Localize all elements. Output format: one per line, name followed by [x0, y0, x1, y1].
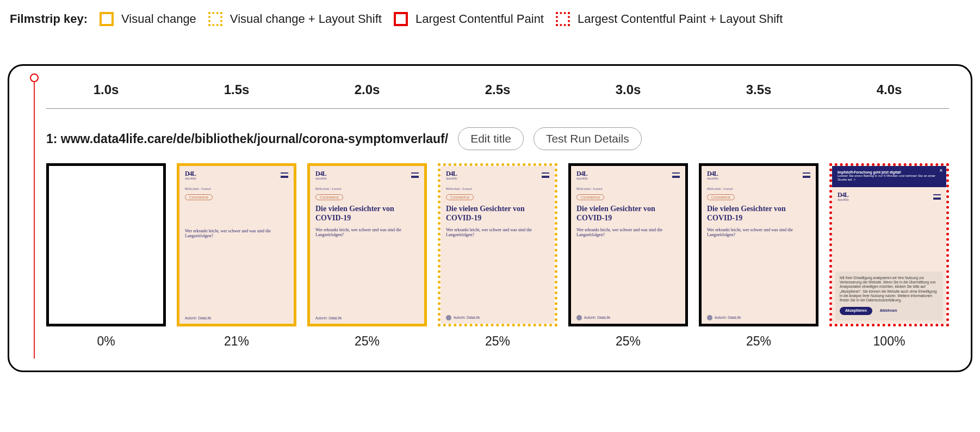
test-run-details-button[interactable]: Test Run Details [534, 127, 642, 150]
cookie-text: Mit Ihrer Einwilligung analysieren wir I… [840, 276, 939, 303]
category-tag: Coronavirus [707, 194, 735, 200]
category-tag: Coronavirus [446, 194, 474, 200]
frames-row: D4L data4life Bibliothek / Journal Coron… [46, 163, 949, 326]
byline-text: Autorin: DataLife [315, 316, 342, 320]
article-subhead: Wer erkrankt leicht, wer schwer und was … [441, 227, 555, 237]
visual-complete-pct: 25% [699, 334, 818, 349]
key-item-visual-change-layout-shift: Visual change + Layout Shift [208, 12, 382, 26]
timestamp: 3.5s [699, 82, 818, 97]
menu-icon [933, 194, 941, 200]
article-headline: Die vielen Gesichter von COVID-19 [310, 205, 424, 223]
swatch-visual-change-ls-icon [208, 12, 222, 26]
breadcrumb: Bibliothek / Journal [441, 182, 555, 191]
filmstrip-title-row: 1: www.data4life.care/de/bibliothek/jour… [46, 127, 949, 150]
avatar-icon [707, 315, 712, 320]
title-index: 1: [46, 132, 61, 146]
byline-text: Autorin: DataLife [185, 316, 211, 320]
key-item-label: Visual change + Layout Shift [230, 12, 382, 26]
logo-subtext: data4life [185, 177, 196, 181]
article-subhead: Wer erkrankt leicht, wer schwer und was … [571, 227, 685, 237]
article-subhead: Wer erkrankt leicht, wer schwer und was … [310, 227, 424, 237]
cookie-accept-button: Akzeptieren [840, 307, 872, 315]
swatch-lcp-icon [394, 12, 408, 26]
key-item-lcp: Largest Contentful Paint [394, 12, 544, 26]
article-subhead: Wer erkrankt leicht, wer schwer und was … [179, 229, 294, 238]
key-item-label: Largest Contentful Paint [415, 12, 544, 26]
breadcrumb: Bibliothek / Journal [702, 182, 816, 191]
timeline-line-icon [34, 82, 35, 359]
article-headline: Die vielen Gesichter von COVID-19 [441, 205, 555, 223]
filmstrip-frame[interactable]: D4L data4life Bibliothek / Journal Coron… [699, 163, 818, 326]
cookie-consent: Mit Ihrer Einwilligung analysieren wir I… [835, 271, 943, 320]
thumbnail: D4L data4life Bibliothek / Journal Coron… [702, 166, 816, 324]
byline: Autorin: DataLife [446, 315, 549, 320]
article-headline: Die vielen Gesichter von COVID-19 [571, 205, 685, 223]
visual-complete-pct: 25% [438, 334, 557, 349]
title-url: www.data4life.care/de/bibliothek/journal… [61, 132, 448, 146]
menu-icon [281, 172, 288, 178]
menu-icon [411, 172, 419, 178]
banner-subtitle: Leisten Sie einen Beitrag in nur 5 Minut… [838, 174, 941, 182]
logo-subtext: data4life [576, 177, 588, 181]
swatch-visual-change-icon [100, 12, 114, 26]
logo-subtext: data4life [838, 198, 849, 202]
close-icon: ✕ [939, 168, 943, 173]
thumbnail: ✕ Impfstoff-Forschung geht jetzt digital… [832, 166, 946, 324]
timestamp: 1.0s [46, 82, 166, 97]
logo-subtext: data4life [446, 177, 457, 181]
byline-text: Autorin: DataLife [715, 316, 741, 319]
visual-complete-pct: 100% [829, 334, 949, 349]
byline-text: Autorin: DataLife [454, 316, 480, 319]
banner-title: Impfstoff-Forschung geht jetzt digital! [838, 170, 941, 174]
avatar-icon [576, 315, 582, 320]
timestamp: 2.5s [438, 82, 557, 97]
timestamp: 1.5s [177, 82, 296, 97]
category-tag: Coronavirus [185, 194, 213, 200]
key-item-lcp-layout-shift: Largest Contentful Paint + Layout Shift [556, 12, 783, 26]
key-item-visual-change: Visual change [100, 12, 196, 26]
filmstrip-frame[interactable] [46, 163, 166, 326]
visual-complete-row: 0% 21% 25% 25% 25% 25% 100% [46, 334, 949, 349]
byline: Autorin: DataLife [707, 315, 810, 320]
byline-text: Autorin: DataLife [584, 316, 610, 319]
thumbnail: D4L data4life Bibliothek / Journal Coron… [571, 166, 685, 324]
avatar-icon [446, 315, 451, 320]
key-item-label: Visual change [121, 12, 196, 26]
breadcrumb: Bibliothek / Journal [571, 182, 685, 191]
filmstrip-frame[interactable]: D4L data4life Bibliothek / Journal Coron… [177, 163, 296, 326]
filmstrip-panel: 1.0s 1.5s 2.0s 2.5s 3.0s 3.5s 4.0s 1: ww… [8, 64, 972, 372]
filmstrip-frame[interactable]: ✕ Impfstoff-Forschung geht jetzt digital… [829, 163, 949, 326]
cookie-decline-button: Ablehnen [880, 308, 897, 313]
edit-title-button[interactable]: Edit title [458, 127, 524, 150]
thumbnail: D4L data4life Bibliothek / Journal Coron… [310, 166, 424, 324]
thumbnail: D4L data4life Bibliothek / Journal Coron… [441, 166, 555, 324]
visual-complete-pct: 21% [177, 334, 296, 349]
byline: Autorin: DataLife [576, 315, 680, 320]
visual-complete-pct: 0% [46, 334, 166, 349]
filmstrip-frame[interactable]: D4L data4life Bibliothek / Journal Coron… [438, 163, 557, 326]
timestamp: 4.0s [829, 82, 949, 97]
logo-subtext: data4life [707, 177, 718, 181]
breadcrumb: Bibliothek / Journal [179, 182, 294, 191]
category-tag: Coronavirus [315, 194, 343, 200]
filmstrip-url: 1: www.data4life.care/de/bibliothek/jour… [46, 132, 448, 146]
article-subhead: Wer erkrankt leicht, wer schwer und was … [702, 227, 816, 237]
filmstrip-key: Filmstrip key: Visual change Visual chan… [8, 12, 972, 26]
menu-icon [803, 172, 810, 178]
logo-subtext: data4life [315, 177, 327, 181]
byline: Autorin: DataLife [315, 316, 419, 320]
article-headline: Die vielen Gesichter von COVID-19 [702, 205, 816, 223]
menu-icon [672, 172, 680, 178]
visual-complete-pct: 25% [307, 334, 427, 349]
filmstrip-frame[interactable]: D4L data4life Bibliothek / Journal Coron… [568, 163, 688, 326]
swatch-lcp-ls-icon [556, 12, 570, 26]
breadcrumb: Bibliothek / Journal [310, 182, 424, 191]
filmstrip-frame[interactable]: D4L data4life Bibliothek / Journal Coron… [307, 163, 427, 326]
filmstrip-key-label: Filmstrip key: [10, 12, 88, 26]
byline: Autorin: DataLife [185, 316, 288, 320]
visual-complete-pct: 25% [568, 334, 688, 349]
timestamps-row: 1.0s 1.5s 2.0s 2.5s 3.0s 3.5s 4.0s [46, 82, 949, 109]
promo-banner: ✕ Impfstoff-Forschung geht jetzt digital… [832, 166, 946, 187]
category-tag: Coronavirus [576, 194, 604, 200]
thumbnail: D4L data4life Bibliothek / Journal Coron… [179, 166, 294, 324]
